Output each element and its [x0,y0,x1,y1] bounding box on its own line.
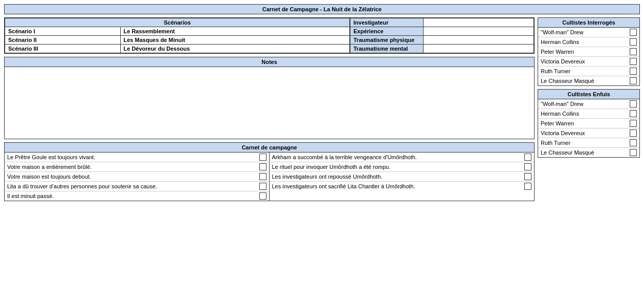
carnet-left-item: Lita a dû trouver d'autres personnes pou… [5,182,270,191]
carnet-body: Le Prêtre Goule est toujours vivant.Votr… [5,153,534,201]
cultiste-enfui-row: Ruth Turner [538,138,639,148]
carnet-checkbox[interactable] [259,154,267,161]
cultiste-name: Le Chasseur Masqué [541,149,630,156]
inv-experience-label: Expérience [350,27,424,36]
scenario-1-label: Scénario I [5,27,121,36]
carnet-left-item: Le Prêtre Goule est toujours vivant. [5,153,270,162]
carnet-header: Carnet de campagne [5,143,534,153]
notes-body[interactable] [5,67,534,139]
inv-investigateur-value[interactable] [423,18,534,27]
cultiste-name: Ruth Turner [541,68,630,74]
inv-trauma-mental-label: Traumatisme mental [350,45,424,53]
carnet-right-item: Les investigateurs ont repoussé Umôrdhot… [270,172,535,182]
cultiste-checkbox[interactable] [630,149,637,156]
cultiste-enfui-row: Victoria Devereux [538,128,639,138]
notes-header: Notes [5,57,534,67]
scenario-1-value: Le Rassemblement [120,27,349,36]
cultistes-interroges-list: "Wolf-man" DrewHerman CollinsPeter Warre… [538,28,639,85]
carnet-checkbox[interactable] [259,163,267,170]
carnet-checkbox[interactable] [259,183,267,190]
inv-trauma-physique-label: Traumatisme physique [350,36,424,45]
cultiste-name: Victoria Devereux [541,58,630,64]
cultistes-interroges-header: Cultistes Interrogés [538,18,639,28]
cultiste-checkbox[interactable] [630,38,637,46]
scenario-3-value: Le Dévoreur du Dessous [120,45,349,53]
cultiste-enfui-row: Le Chasseur Masqué [538,148,639,157]
carnet-section: Carnet de campagne Le Prêtre Goule est t… [4,142,535,201]
cultiste-checkbox[interactable] [630,29,637,36]
cultiste-enfui-row: Peter Warren [538,119,639,128]
scenarios-header: Scénarios [5,18,350,27]
cultiste-checkbox[interactable] [630,120,637,127]
cultiste-name: "Wolf-man" Drew [541,101,630,107]
carnet-right-item: Les investigateurs ont sacrifié Lita Cha… [270,182,535,191]
cultistes-interroges-section: Cultistes Interrogés "Wolf-man" DrewHerm… [538,17,640,86]
cultiste-name: Victoria Devereux [541,130,630,136]
cultiste-checkbox[interactable] [630,110,637,117]
carnet-left-item: Votre maison est toujours debout. [5,172,270,182]
cultiste-enfui-row: Herman Collins [538,109,639,119]
cultiste-checkbox[interactable] [630,48,637,55]
carnet-checkbox[interactable] [524,163,531,170]
carnet-right-item: Arkham a succombé à la terrible vengeanc… [270,153,535,162]
scenario-2-label: Scénario II [5,36,121,45]
cultiste-interroge-row: Le Chasseur Masqué [538,76,639,85]
cultiste-name: Herman Collins [541,39,630,45]
cultiste-interroge-row: Ruth Turner [538,67,639,76]
carnet-left-item: Il est minuit passé. [5,191,270,201]
cultiste-checkbox[interactable] [630,58,637,65]
notes-section: Notes [4,57,535,139]
cultiste-name: Ruth Turner [541,140,630,146]
cultiste-enfui-row: "Wolf-man" Drew [538,99,639,109]
cultiste-checkbox[interactable] [630,129,637,137]
carnet-left-item: Votre maison a entièrement brûlé. [5,162,270,172]
scenario-2-value: Les Masques de Minuit [120,36,349,45]
carnet-right-item: Le rituel pour invoquer Umôrdhoth a été … [270,162,535,172]
carnet-checkbox[interactable] [524,154,531,161]
inv-trauma-mental-value[interactable] [423,45,534,53]
carnet-checkbox[interactable] [524,173,531,180]
cultiste-checkbox[interactable] [630,77,637,84]
cultiste-interroge-row: Peter Warren [538,47,639,57]
cultiste-name: Herman Collins [541,111,630,117]
carnet-checkbox[interactable] [259,192,267,200]
page-title: Carnet de Campagne - La Nuit de la Zélat… [4,4,640,14]
cultiste-name: "Wolf-man" Drew [541,29,630,35]
carnet-checkbox[interactable] [524,183,531,190]
cultistes-enfuis-list: "Wolf-man" DrewHerman CollinsPeter Warre… [538,99,639,157]
cultistes-enfuis-header: Cultistes Enfuis [538,90,639,99]
cultiste-interroge-row: "Wolf-man" Drew [538,28,639,37]
cultiste-name: Peter Warren [541,120,630,126]
cultiste-checkbox[interactable] [630,100,637,107]
scenario-3-label: Scénario III [5,45,121,53]
carnet-left-col: Le Prêtre Goule est toujours vivant.Votr… [5,153,270,201]
inv-experience-value[interactable] [423,27,534,36]
inv-trauma-physique-value[interactable] [423,36,534,45]
cultiste-checkbox[interactable] [630,68,637,75]
carnet-checkbox[interactable] [259,173,267,180]
cultistes-enfuis-section: Cultistes Enfuis "Wolf-man" DrewHerman C… [538,89,640,158]
cultiste-checkbox[interactable] [630,139,637,146]
cultiste-name: Le Chasseur Masqué [541,78,630,84]
inv-investigateur-label: Investigateur [350,18,424,27]
carnet-right-col: Arkham a succombé à la terrible vengeanc… [270,153,535,201]
cultiste-interroge-row: Victoria Devereux [538,57,639,67]
cultiste-interroge-row: Herman Collins [538,37,639,47]
cultiste-name: Peter Warren [541,49,630,55]
